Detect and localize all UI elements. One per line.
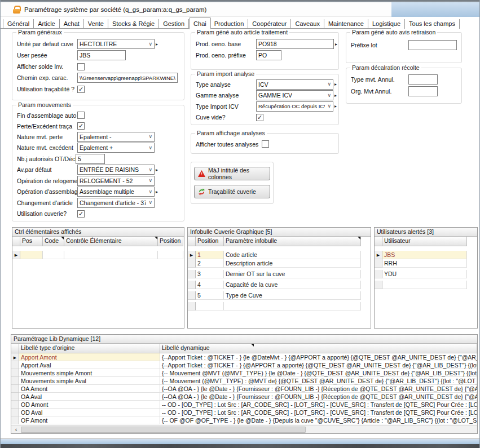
maj-intitule-colonnes-button[interactable]: ! MàJ intitulé des colonnes [194,167,270,180]
changement-article-combo[interactable]: Changement d'article - 37 ∨ [77,198,155,208]
operation-assemblage-combo[interactable]: Assemblage multiple ∨ [77,187,155,197]
cell-parametre[interactable] [224,302,361,311]
table-row[interactable]: Mouvements simple Aval {-- Mouvement (@M… [11,377,477,385]
cell-dynamique[interactable]: {--OA @OA - } {le @Date - } {Fournisseur… [160,393,477,401]
tab-general[interactable]: Général [3,19,34,29]
utilisation-cuverie-checkbox[interactable]: ✓ [77,210,85,218]
row-selector[interactable] [11,393,19,401]
cell-utilisateur[interactable]: RRH [382,259,467,268]
prod-oeno-base-input[interactable] [256,39,334,49]
cuve-vide-checkbox[interactable]: ✓ [256,114,263,121]
prefixe-lot-input[interactable] [408,40,457,50]
table-row[interactable]: Mouvements simple Amont {-- Mouvement @M… [11,369,477,377]
row-selector[interactable] [375,259,382,268]
tab-stocks-regie[interactable]: Stocks & Régie [108,19,159,29]
table-row[interactable]: 4 Capacité de la cuve [188,281,361,289]
col-parametre-infobulle[interactable]: Paramètre infobulle [224,237,361,246]
cell-position[interactable] [196,302,224,311]
cell-origine[interactable]: OA Aval [19,393,160,401]
cell-parametre[interactable]: Capacité de la cuve [224,281,361,289]
scrollbar-thumb[interactable] [21,427,306,433]
column-menu-icon[interactable] [61,237,64,239]
cell-dynamique[interactable]: {--Apport Ticket : @TICKET - } {le @Date… [160,353,477,361]
tab-chai[interactable]: Chai [189,17,211,29]
cell-pos[interactable] [20,251,43,259]
cell-dynamique[interactable]: {-- Mouvement (@MVT_TYPE) : @MVT de} {@Q… [160,377,477,385]
operation-relogement-combo[interactable]: RELOGEMENT - 52 ∨ [77,176,155,186]
horizontal-scrollbar[interactable]: ‹ [11,425,477,433]
user-pesee-input[interactable] [77,50,126,60]
tab-vente[interactable]: Vente [84,19,108,29]
prod-oeno-prefixe-input[interactable] [256,50,281,60]
cell-dynamique[interactable]: {-- OF @OF @OF_TYPE - } {le @Date - } {D… [160,416,477,424]
type-analyse-combo[interactable]: ICV ∨ [256,79,333,90]
av-defaut-combo[interactable]: ENTRÉE DE RAISINS ∨ [77,165,155,175]
cell-position[interactable]: 1 [196,251,224,259]
col-controle-elementaire[interactable]: Contrôle Élémentaire [64,237,158,246]
tab-achat[interactable]: Achat [60,19,84,29]
row-selector[interactable] [11,361,19,369]
gamme-analyse-combo[interactable]: GAMME ICV ∨ [256,90,333,100]
row-selector[interactable]: ▶ [12,251,20,259]
tab-article[interactable]: Article [34,19,60,29]
table-row-empty[interactable] [188,302,361,311]
type-import-icv-combo[interactable]: Récupération OC depuis ICV ∨ [256,101,333,112]
table-row[interactable]: 5 Type de Cuve [188,291,361,300]
row-selector[interactable] [375,281,382,289]
tab-logistique[interactable]: Logistique [368,19,405,29]
cell-position[interactable]: 4 [196,281,224,289]
cell-position[interactable] [158,251,183,259]
nature-perte-combo[interactable]: Epalement - ∨ [77,132,155,142]
table-row[interactable]: 3 Dernier OT sur la cuve [188,270,361,278]
cell-origine[interactable]: OF Amont [19,416,160,424]
cell-origine[interactable]: Apport Aval [19,361,160,369]
unite-cuve-combo[interactable]: HECTOLITRE ∨ [77,39,155,49]
table-row[interactable]: ▶ Apport Amont {--Apport Ticket : @TICKE… [11,353,477,361]
cell-origine[interactable]: Mouvements simple Amont [19,369,160,377]
tab-cooperateur[interactable]: Coopérateur [248,19,291,29]
cell-utilisateur[interactable] [382,281,467,289]
col-utilisateur[interactable]: Utilisateur [382,237,467,246]
cell-parametre[interactable]: Code article [224,251,361,259]
afficher-toutes-analyses-checkbox[interactable] [262,140,269,148]
afficher-solde-checkbox[interactable] [77,63,85,70]
cell-position[interactable]: 3 [196,270,224,278]
row-selector[interactable] [188,302,196,311]
cell-dynamique[interactable]: {--Apport Ticket : @TICKET - } {@APPORT … [160,361,477,369]
row-selector[interactable] [11,401,19,409]
table-row[interactable]: OF Amont {-- OF @OF @OF_TYPE - } {le @Da… [11,416,477,424]
cell-dynamique[interactable]: -- OD - [OD_TYPE] : Lot Src : [AR_CODE_S… [160,401,477,409]
table-row[interactable]: YDU [375,270,467,278]
utilisation-trac-checkbox[interactable]: ✓ [77,86,85,93]
cell-utilisateur[interactable]: JBS [382,251,467,259]
row-selector[interactable]: ▶ [11,353,19,361]
cell-parametre[interactable]: Type de Cuve [224,291,361,300]
cell-dynamique[interactable]: {--OA @OA - } {le @Date - } {Fournisseur… [160,385,477,393]
tab-gestion[interactable]: Gestion [159,19,189,29]
cell-origine[interactable]: Mouvements simple Aval [19,377,160,385]
perte-excedent-checkbox[interactable]: ✓ [77,122,85,130]
tab-production[interactable]: Production [210,19,249,29]
cell-position[interactable]: 2 [196,259,224,268]
row-selector[interactable] [11,385,19,393]
table-row[interactable]: ▶ 1 Code article [188,251,361,259]
col-pos[interactable]: Pos [20,237,43,246]
cell-dynamique[interactable]: -- OD - [OD_TYPE] : Lot Src : [AR_CODE_S… [160,409,477,416]
table-row[interactable]: OD Aval -- OD - [OD_TYPE] : Lot Src : [A… [11,409,477,416]
cell-utilisateur[interactable]: YDU [382,270,467,278]
row-selector[interactable] [11,416,19,424]
row-selector[interactable] [188,291,196,300]
column-menu-icon[interactable] [358,237,360,239]
table-row[interactable]: ▶ [12,251,183,259]
tab-maintenance[interactable]: Maintenance [324,19,368,29]
col-code[interactable]: Code [43,237,64,246]
row-selector[interactable] [188,259,196,268]
nature-excedent-combo[interactable]: Epalement + ∨ [77,143,155,153]
row-selector[interactable]: ▶ [188,251,196,259]
tracabilite-cuverie-button[interactable]: Traçabilité cuverie [194,185,270,198]
table-row[interactable]: OA Aval {--OA @OA - } {le @Date - } {Fou… [11,393,477,401]
table-row[interactable]: OD Amont -- OD - [OD_TYPE] : Lot Src : [… [11,401,477,409]
row-selector[interactable] [11,377,19,385]
table-row[interactable]: ▶ JBS [375,251,467,259]
cell-parametre[interactable]: Description article [224,259,361,268]
